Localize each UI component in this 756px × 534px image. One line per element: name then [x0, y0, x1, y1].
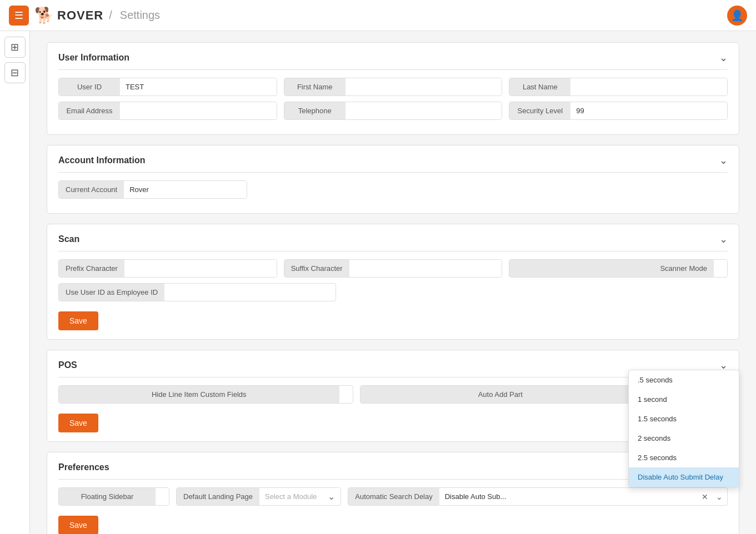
pos-row1: Hide Line Item Custom Fields Auto Add Pa… — [58, 385, 728, 404]
user-information-section: User Information ⌄ User ID First Name La… — [47, 42, 739, 135]
sidebar-icon-list[interactable]: ⊟ — [4, 62, 26, 83]
user-information-title: User Information — [58, 53, 129, 63]
security-level-input[interactable] — [570, 102, 727, 119]
dropdown-item-3[interactable]: 2 seconds — [629, 429, 739, 448]
floating-sidebar-field: Floating Sidebar — [58, 487, 169, 506]
floating-sidebar-label: Floating Sidebar — [59, 488, 156, 505]
main-layout: ⊞ ⊟ User Information ⌄ User ID First Nam… — [0, 31, 756, 534]
dropdown-item-5[interactable]: Disable Auto Submit Delay — [629, 467, 739, 487]
hide-line-label: Hide Line Item Custom Fields — [59, 386, 339, 403]
auto-search-arrow-icon[interactable]: ⌄ — [712, 492, 727, 501]
auto-add-field: Auto Add Part — [360, 385, 655, 404]
scanner-mode-field: Scanner Mode — [509, 259, 728, 278]
last-name-label: Last Name — [509, 78, 570, 95]
auto-search-label: Automatic Search Delay — [348, 488, 439, 505]
first-name-field: First Name — [284, 78, 503, 96]
app-name: ROVER — [57, 8, 103, 23]
current-account-input[interactable] — [124, 181, 247, 198]
security-level-field: Security Level — [509, 102, 728, 120]
last-name-input[interactable] — [570, 78, 727, 95]
use-user-id-label: Use User ID as Employee ID — [59, 284, 164, 301]
dropdown-item-4[interactable]: 2.5 seconds — [629, 448, 739, 467]
scan-row2: Use User ID as Employee ID — [58, 283, 728, 301]
auto-search-field: Automatic Search Delay Disable Auto Sub.… — [348, 487, 728, 506]
email-label: Email Address — [59, 102, 120, 119]
pos-header: POS ⌄ — [58, 359, 728, 377]
preferences-title: Preferences — [58, 462, 109, 472]
account-information-section: Account Information ⌄ Current Account — [47, 145, 739, 214]
default-landing-arrow[interactable]: ⌄ — [322, 491, 341, 502]
sidebar: ⊞ ⊟ — [0, 31, 30, 534]
hamburger-icon: ☰ — [14, 9, 23, 22]
user-icon: 👤 — [731, 9, 743, 22]
default-landing-field: Default Landing Page Select a Module ⌄ — [176, 487, 341, 506]
hide-line-toggle-wrap — [339, 390, 353, 399]
last-name-field: Last Name — [509, 78, 728, 96]
first-name-label: First Name — [284, 78, 346, 95]
user-id-input[interactable] — [120, 78, 277, 95]
dropdown-item-2[interactable]: 1.5 seconds — [629, 409, 739, 429]
dropdown-list: .5 seconds 1 second 1.5 seconds 2 second… — [629, 370, 739, 487]
user-information-chevron[interactable]: ⌄ — [719, 52, 728, 64]
page-title: Settings — [120, 9, 160, 22]
dropdown-overlay: .5 seconds 1 second 1.5 seconds 2 second… — [628, 370, 739, 487]
floating-sidebar-toggle-wrap — [156, 492, 169, 501]
user-information-header: User Information ⌄ — [58, 52, 728, 70]
sidebar-icon-grid[interactable]: ⊞ — [4, 37, 26, 58]
hamburger-button[interactable]: ☰ — [9, 6, 29, 26]
dropdown-item-1[interactable]: 1 second — [629, 390, 739, 409]
email-field: Email Address — [58, 102, 277, 120]
suffix-field: Suffix Character — [284, 259, 503, 278]
preferences-row1: Floating Sidebar Default Landing Page Se… — [58, 487, 728, 506]
current-account-field: Current Account — [58, 180, 247, 199]
header-left: ☰ 🐕 ROVER / Settings — [9, 6, 160, 26]
default-landing-label: Default Landing Page — [177, 488, 259, 505]
account-info-row: Current Account — [58, 180, 728, 199]
user-id-field: User ID — [58, 78, 277, 96]
prefix-label: Prefix Character — [59, 260, 124, 277]
current-account-label: Current Account — [59, 181, 124, 198]
suffix-label: Suffix Character — [284, 260, 349, 277]
user-info-row2: Email Address Telephone Security Level — [58, 102, 728, 120]
preferences-save-button[interactable]: Save — [58, 516, 98, 534]
first-name-input[interactable] — [346, 78, 502, 95]
use-user-id-field: Use User ID as Employee ID — [58, 283, 336, 301]
prefix-input[interactable] — [124, 260, 277, 277]
scan-chevron[interactable]: ⌄ — [719, 233, 728, 245]
use-user-id-toggle-wrap — [164, 288, 178, 297]
scan-section: Scan ⌄ Prefix Character Suffix Character… — [47, 224, 739, 340]
hide-line-field: Hide Line Item Custom Fields — [58, 385, 353, 404]
header-separator: / — [109, 9, 112, 22]
user-id-label: User ID — [59, 78, 120, 95]
header: ☰ 🐕 ROVER / Settings 👤 — [0, 0, 756, 31]
user-info-row1: User ID First Name Last Name — [58, 78, 728, 96]
security-level-label: Security Level — [509, 102, 570, 119]
logo: 🐕 ROVER — [34, 6, 103, 24]
account-information-title: Account Information — [58, 155, 145, 165]
scan-title: Scan — [58, 234, 79, 244]
scan-save-button[interactable]: Save — [58, 311, 98, 330]
preferences-header: Preferences ⌄ — [58, 461, 728, 480]
logo-dog-icon: 🐕 — [34, 6, 54, 24]
suffix-input[interactable] — [349, 260, 502, 277]
dropdown-item-0[interactable]: .5 seconds — [629, 370, 739, 390]
pos-save-button[interactable]: Save — [58, 414, 98, 432]
account-information-header: Account Information ⌄ — [58, 154, 728, 173]
scan-header: Scan ⌄ — [58, 233, 728, 251]
telephone-field: Telephone — [284, 102, 503, 120]
email-input[interactable] — [120, 102, 277, 119]
user-avatar[interactable]: 👤 — [727, 6, 747, 26]
pos-title: POS — [58, 360, 77, 370]
auto-add-label: Auto Add Part — [361, 386, 641, 403]
auto-search-value[interactable]: Disable Auto Sub... — [439, 488, 698, 505]
scanner-mode-label: Scanner Mode — [509, 260, 714, 277]
prefix-field: Prefix Character — [58, 259, 277, 278]
telephone-label: Telephone — [284, 102, 346, 119]
main-content: User Information ⌄ User ID First Name La… — [30, 31, 756, 534]
default-landing-value[interactable]: Select a Module — [259, 488, 322, 505]
account-information-chevron[interactable]: ⌄ — [719, 154, 728, 167]
scanner-mode-toggle-wrap — [714, 264, 727, 273]
telephone-input[interactable] — [346, 102, 502, 119]
auto-search-clear-icon[interactable]: ✕ — [698, 492, 712, 501]
scan-row1: Prefix Character Suffix Character Scanne… — [58, 259, 728, 278]
